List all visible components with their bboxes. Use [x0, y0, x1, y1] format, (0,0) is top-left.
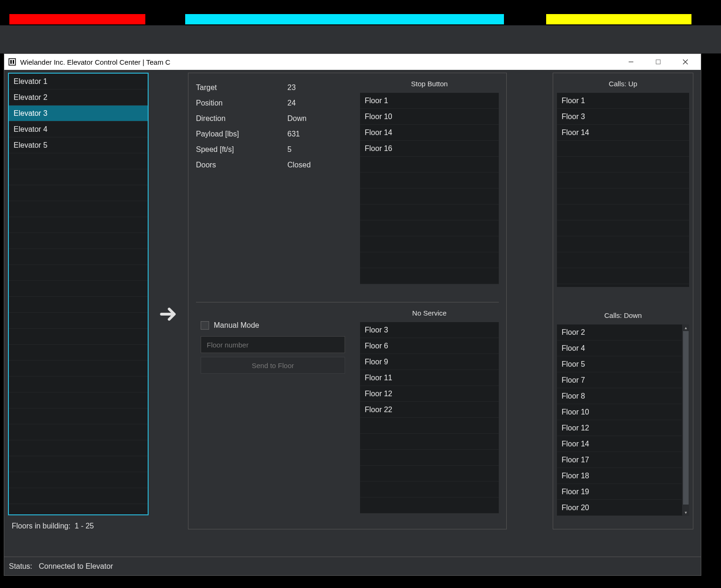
manual-mode-checkbox[interactable] [201, 321, 209, 330]
scroll-down-icon[interactable]: ▼ [682, 509, 690, 516]
list-item[interactable]: Floor 3 [557, 109, 689, 125]
list-item[interactable]: Floor 7 [557, 372, 689, 388]
elevator-list-item[interactable] [9, 488, 148, 504]
svg-rect-4 [656, 60, 661, 64]
scroll-up-icon[interactable]: ▲ [682, 324, 690, 331]
list-item[interactable]: Floor 14 [557, 125, 689, 141]
list-item[interactable]: Floor 3 [360, 322, 499, 338]
list-item[interactable]: Floor 2 [557, 324, 689, 340]
list-item[interactable] [360, 220, 499, 236]
floors-label-text: Floors in building: [12, 522, 70, 530]
calls-up-list[interactable]: Floor 1Floor 3Floor 14 [557, 93, 689, 287]
list-item[interactable] [557, 157, 689, 173]
list-item[interactable] [360, 157, 499, 173]
elevator-list-item[interactable] [9, 281, 148, 297]
no-service-list[interactable]: Floor 3Floor 6Floor 9Floor 11Floor 12Flo… [360, 322, 499, 513]
list-item[interactable]: Floor 9 [360, 354, 499, 370]
elevator-list-item[interactable] [9, 424, 148, 440]
status-label: Status: [9, 562, 32, 571]
elevator-list-item[interactable] [9, 408, 148, 424]
list-item[interactable] [557, 268, 689, 284]
elevator-list-item[interactable] [9, 329, 148, 345]
list-item[interactable] [360, 204, 499, 220]
list-item[interactable]: Floor 19 [557, 484, 689, 500]
info-value: Closed [287, 161, 311, 169]
info-value: 24 [287, 99, 296, 107]
elevator-list-item[interactable] [9, 265, 148, 281]
floors-in-building: Floors in building: 1 - 25 [8, 515, 149, 530]
elevator-list-item[interactable] [9, 217, 148, 233]
elevator-list-item[interactable]: Elevator 2 [9, 90, 148, 106]
list-item[interactable]: Floor 5 [557, 356, 689, 372]
list-item[interactable] [557, 173, 689, 188]
list-item[interactable] [557, 220, 689, 236]
list-item[interactable]: Floor 12 [360, 386, 499, 402]
floor-number-input[interactable] [201, 336, 345, 353]
list-item[interactable]: Floor 18 [557, 468, 689, 484]
list-item[interactable]: Floor 1 [557, 93, 689, 109]
elevator-list-item[interactable] [9, 392, 148, 408]
stop-button-list[interactable]: Floor 1Floor 10Floor 14Floor 16 [360, 93, 499, 284]
elevator-list-item[interactable] [9, 201, 148, 217]
elevator-detail-panel: Target23Position24DirectionDownPayload [… [188, 73, 507, 529]
list-item[interactable] [360, 188, 499, 204]
elevator-list-item[interactable] [9, 249, 148, 265]
list-item[interactable] [360, 252, 499, 268]
elevator-list-item[interactable] [9, 169, 148, 185]
list-item[interactable] [557, 236, 689, 252]
elevator-list-item[interactable] [9, 233, 148, 249]
list-item[interactable]: Floor 11 [360, 370, 499, 386]
list-item[interactable]: Floor 8 [557, 388, 689, 404]
list-item[interactable] [360, 418, 499, 434]
elevator-list-item[interactable]: Elevator 5 [9, 137, 148, 153]
list-item[interactable] [557, 204, 689, 220]
elevator-list-item[interactable] [9, 472, 148, 488]
list-item[interactable]: Floor 10 [360, 109, 499, 125]
elevator-list[interactable]: Elevator 1Elevator 2Elevator 3Elevator 4… [8, 73, 149, 515]
list-item[interactable] [557, 252, 689, 268]
list-item[interactable] [360, 434, 499, 450]
list-item[interactable] [360, 236, 499, 252]
list-item[interactable]: Floor 10 [557, 404, 689, 420]
elevator-list-item[interactable] [9, 313, 148, 329]
elevator-list-item[interactable] [9, 345, 148, 361]
list-item[interactable]: Floor 20 [557, 500, 689, 516]
minimize-button[interactable] [617, 54, 645, 70]
elevator-list-item[interactable] [9, 185, 148, 201]
list-item[interactable]: Floor 6 [360, 338, 499, 354]
elevator-list-item[interactable] [9, 377, 148, 392]
list-item[interactable]: Floor 1 [360, 93, 499, 109]
list-item[interactable] [360, 268, 499, 284]
list-item[interactable]: Floor 14 [557, 436, 689, 452]
list-item[interactable] [360, 498, 499, 513]
elevator-list-item[interactable] [9, 456, 148, 472]
send-to-floor-button[interactable]: Send to Floor [201, 357, 345, 374]
list-item[interactable]: Floor 14 [360, 125, 499, 141]
maximize-button[interactable] [645, 54, 672, 70]
list-item[interactable] [360, 466, 499, 482]
elevator-list-item[interactable]: Elevator 3 [9, 106, 148, 121]
elevator-list-item[interactable]: Elevator 1 [9, 74, 148, 90]
list-item[interactable] [360, 482, 499, 498]
list-item[interactable] [557, 141, 689, 157]
calls-down-list[interactable]: Floor 2Floor 4Floor 5Floor 7Floor 8Floor… [557, 324, 689, 516]
svg-rect-0 [9, 59, 15, 65]
elevator-list-item[interactable] [9, 297, 148, 313]
elevator-list-item[interactable] [9, 440, 148, 456]
list-item[interactable] [360, 173, 499, 188]
elevator-list-item[interactable] [9, 361, 148, 377]
close-button[interactable] [672, 54, 699, 70]
list-item[interactable]: Floor 16 [360, 141, 499, 157]
titlebar[interactable]: Wielander Inc. Elevator Control Center |… [4, 54, 701, 70]
list-item[interactable]: Floor 17 [557, 452, 689, 468]
list-item[interactable] [557, 188, 689, 204]
scrollbar-thumb[interactable] [683, 331, 689, 505]
list-item[interactable]: Floor 12 [557, 420, 689, 436]
info-row: Speed [ft/s]5 [196, 142, 360, 157]
elevator-list-item[interactable] [9, 153, 148, 169]
list-item[interactable]: Floor 22 [360, 402, 499, 418]
scrollbar[interactable]: ▲ ▼ [682, 324, 689, 516]
list-item[interactable] [360, 450, 499, 466]
elevator-list-item[interactable]: Elevator 4 [9, 121, 148, 137]
list-item[interactable]: Floor 4 [557, 340, 689, 356]
